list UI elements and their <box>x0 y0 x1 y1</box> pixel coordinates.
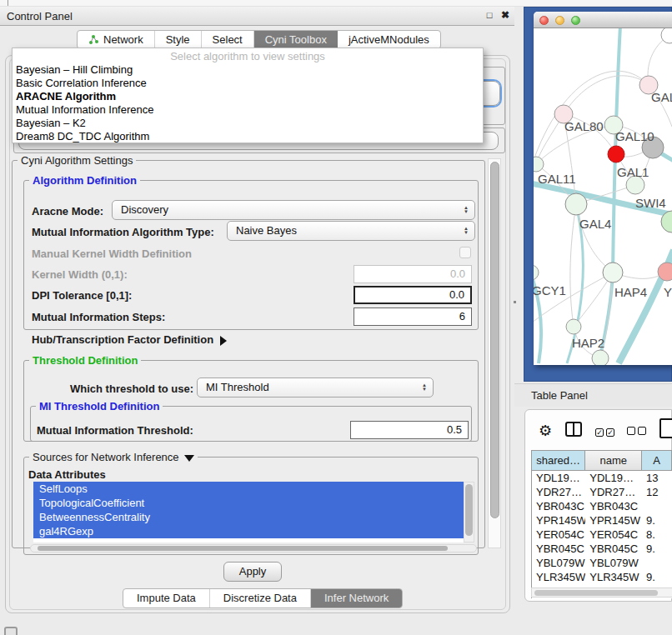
select-all-columns-icon[interactable]: ✓✓ <box>595 425 617 438</box>
float-window-icon[interactable]: □ <box>484 9 495 21</box>
gear-icon[interactable]: ⚙ <box>539 422 552 440</box>
table-column-header[interactable]: shared… <box>532 451 585 470</box>
table-row[interactable]: YLR345WYLR345W9. <box>532 570 672 584</box>
network-node[interactable] <box>658 262 672 281</box>
checked-box-icon: ✓ <box>595 428 604 437</box>
table-column-header[interactable]: name <box>585 451 642 470</box>
table-row[interactable]: YBR045CYBR045C9. <box>532 542 672 556</box>
combo-arrows-icon: ▲▼ <box>464 201 469 219</box>
network-node[interactable] <box>661 28 672 43</box>
dropdown-item[interactable]: ARACNE Algorithm <box>13 90 483 103</box>
data-attributes-list[interactable]: SelfLoopsTopologicalCoefficientBetweenne… <box>33 482 464 542</box>
aracne-mode-label: Aracne Mode: <box>32 205 103 218</box>
apply-button[interactable]: Apply <box>223 562 282 582</box>
mi-steps-field[interactable]: 6 <box>354 308 472 326</box>
dropdown-item[interactable]: Dream8 DC_TDC Algorithm <box>13 130 483 143</box>
table-cell: 9. <box>642 542 672 556</box>
attributes-vscrollbar[interactable] <box>464 482 474 542</box>
table-cell: 8. <box>642 528 672 542</box>
network-node[interactable] <box>565 193 587 215</box>
show-columns-icon[interactable] <box>565 422 582 437</box>
hub-definition-expander[interactable]: Hub/Transcription Factor Definition <box>32 333 227 346</box>
attribute-list-item[interactable]: TopologicalCoefficient <box>33 496 464 510</box>
which-threshold-value: MI Threshold <box>206 381 269 393</box>
network-node[interactable] <box>592 350 609 365</box>
kernel-width-label: Kernel Width (0,1): <box>32 268 128 281</box>
network-window-titlebar[interactable] <box>534 12 672 28</box>
settings-scrollbar-thumb[interactable] <box>490 162 499 518</box>
table-cell: YPR145W <box>532 513 585 528</box>
network-node[interactable] <box>534 265 539 280</box>
which-threshold-label: Which threshold to use: <box>70 382 193 395</box>
mac-zoom-icon[interactable] <box>571 16 580 25</box>
table-cell: 13 <box>642 471 672 485</box>
checked-box-icon: ✓ <box>606 428 614 437</box>
tab-impute-data[interactable]: Impute Data <box>123 589 210 608</box>
mac-close-icon[interactable] <box>539 16 549 25</box>
close-icon[interactable]: ✖ <box>499 9 511 21</box>
table-cell: YER054C <box>585 528 642 542</box>
attributes-hscrollbar[interactable] <box>30 544 477 552</box>
dpi-tolerance-field[interactable]: 0.0 <box>354 286 472 304</box>
attributes-vscrollbar-thumb[interactable] <box>465 484 473 536</box>
aracne-mode-select[interactable]: Discovery ▲▼ <box>112 200 475 220</box>
table-row[interactable]: YPR145WYPR145W9. <box>532 513 672 528</box>
unchecked-box-icon <box>627 427 635 435</box>
tab-network-label: Network <box>103 31 143 48</box>
network-node[interactable] <box>566 319 581 334</box>
table-row[interactable]: YBR043CYBR043C <box>532 499 672 513</box>
sources-title: Sources for Network Inference <box>33 451 179 463</box>
mi-algorithm-type-select[interactable]: Naive Bayes ▲▼ <box>227 221 475 241</box>
attribute-list-item[interactable]: SelfLoops <box>33 482 464 496</box>
network-node[interactable] <box>608 146 624 162</box>
table-row[interactable]: YER054CYER054C8. <box>532 528 672 542</box>
tab-style[interactable]: Style <box>155 31 202 48</box>
tab-jactivemnodules[interactable]: jActiveMNodules <box>338 31 440 48</box>
table-rows: YDL19…YDL19…13YDR27…YDR27…12YBR043CYBR04… <box>532 471 672 598</box>
manual-kernel-label: Manual Kernel Width Definition <box>32 248 192 260</box>
table-hscrollbar[interactable] <box>531 588 672 598</box>
table-cell: YBR043C <box>585 499 642 513</box>
manual-kernel-checkbox[interactable] <box>459 247 471 258</box>
dropdown-item[interactable]: Bayesian – Hill Climbing <box>13 63 483 77</box>
dropdown-item[interactable]: Bayesian – K2 <box>13 117 483 130</box>
kernel-width-field[interactable]: 0.0 <box>354 265 472 283</box>
table-row[interactable]: YDL19…YDL19…13 <box>532 471 672 485</box>
table-column-header[interactable]: A <box>642 451 672 470</box>
dropdown-item[interactable]: Mutual Information Inference <box>13 103 483 117</box>
table-hscrollbar-thumb[interactable] <box>534 590 658 596</box>
mi-threshold-group-title: MI Threshold Definition <box>36 400 163 412</box>
attribute-list-item[interactable]: BetweennessCentrality <box>33 510 464 524</box>
network-window[interactable]: GALGAL80GAL10GAL1GAL11SWI4GAL4HAP4YGCY1H… <box>534 12 672 365</box>
which-threshold-select[interactable]: MI Threshold ▲▼ <box>197 378 434 398</box>
aracne-mode-value: Discovery <box>121 203 168 216</box>
top-tick-mark <box>8 0 8 6</box>
settings-scrollbar[interactable] <box>488 158 501 548</box>
network-node[interactable] <box>603 262 623 282</box>
table-cell: YBR045C <box>532 542 585 556</box>
tab-discretize-data[interactable]: Discretize Data <box>210 589 311 608</box>
mac-minimize-icon[interactable] <box>555 16 564 25</box>
tab-select[interactable]: Select <box>202 31 254 48</box>
attributes-hscrollbar-thumb[interactable] <box>38 546 448 551</box>
app-top-strip <box>0 0 672 7</box>
node-label: GAL80 <box>564 119 604 133</box>
table-row[interactable]: YDR27…YDR27…12 <box>532 485 672 499</box>
expander-down-icon <box>184 455 194 462</box>
dropdown-item[interactable]: Basic Correlation Inference <box>13 77 483 90</box>
tab-infer-network[interactable]: Infer Network <box>311 589 402 608</box>
unchecked-box-icon <box>638 427 646 435</box>
tab-cyni-toolbox[interactable]: Cyni Toolbox <box>254 31 338 48</box>
new-table-icon[interactable] <box>659 418 672 438</box>
network-canvas[interactable]: GALGAL80GAL10GAL1GAL11SWI4GAL4HAP4YGCY1H… <box>534 28 672 365</box>
deselect-all-columns-icon[interactable] <box>627 425 649 438</box>
mi-threshold-field[interactable]: 0.5 <box>350 421 469 439</box>
tab-network[interactable]: Network <box>78 31 155 48</box>
sources-expander[interactable]: Sources for Network Inference <box>29 451 198 463</box>
bottom-left-partial-icon[interactable] <box>4 627 18 635</box>
table-row[interactable]: YBL079WYBL079W <box>532 556 672 570</box>
node-attribute-table[interactable]: shared…nameA YDL19…YDL19…13YDR27…YDR27…1… <box>531 450 672 598</box>
attribute-list-item[interactable]: gal4RGexp <box>33 524 464 538</box>
dropdown-items: Bayesian – Hill ClimbingBasic Correlatio… <box>13 63 483 143</box>
splitter-handle[interactable] <box>514 301 516 303</box>
